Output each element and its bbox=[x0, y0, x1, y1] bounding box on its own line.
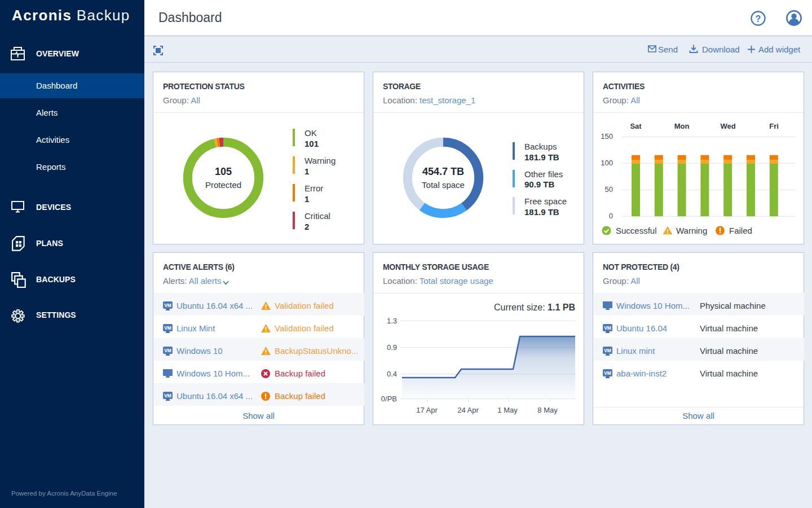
svg-text:VM: VM bbox=[164, 393, 171, 398]
svg-text:24 Apr: 24 Apr bbox=[457, 406, 479, 414]
svg-text:0.9: 0.9 bbox=[387, 343, 397, 352]
svg-text:VM: VM bbox=[604, 325, 611, 331]
svg-text:VM: VM bbox=[604, 348, 611, 353]
svg-text:0/PB: 0/PB bbox=[381, 395, 397, 403]
svg-text:0.4: 0.4 bbox=[387, 370, 397, 378]
svg-text:1 May: 1 May bbox=[497, 406, 518, 414]
svg-text:VM: VM bbox=[164, 348, 171, 353]
svg-text:VM: VM bbox=[604, 370, 611, 376]
svg-text:8 May: 8 May bbox=[537, 406, 558, 414]
svg-text:VM: VM bbox=[164, 303, 171, 308]
svg-text:17 Apr: 17 Apr bbox=[416, 406, 438, 414]
svg-text:?: ? bbox=[756, 14, 761, 24]
svg-text:VM: VM bbox=[164, 325, 171, 331]
svg-text:1.3: 1.3 bbox=[387, 317, 397, 325]
